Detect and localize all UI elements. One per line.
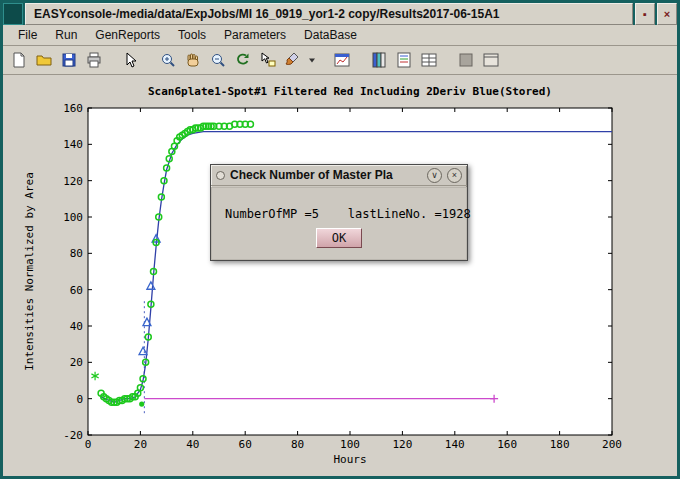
close-button[interactable]: × (657, 3, 677, 25)
zoom-out-icon (209, 51, 227, 69)
svg-text:160: 160 (63, 102, 83, 115)
svg-text:160: 160 (497, 438, 517, 451)
colorbar-button[interactable] (367, 48, 391, 72)
menu-file[interactable]: File (9, 26, 46, 44)
show-tools-button[interactable] (479, 48, 503, 72)
toolbar-separator (144, 48, 155, 72)
chart[interactable]: 020406080100120140160180200-200204060801… (3, 75, 677, 476)
svg-text:0: 0 (76, 393, 83, 406)
open-folder-icon (35, 51, 53, 69)
print-icon (85, 51, 103, 69)
open-file-button[interactable] (32, 48, 56, 72)
edit-plot-button[interactable] (119, 48, 143, 72)
close-icon: × (664, 8, 670, 20)
data-cursor-button[interactable] (256, 48, 280, 72)
app-window: EASYconsole-/media/data/ExpJobs/MI 16_09… (0, 0, 680, 479)
dropdown-arrow-icon (308, 56, 316, 64)
svg-text:80: 80 (70, 247, 83, 260)
menu-parameters[interactable]: Parameters (215, 26, 295, 44)
link-plot-button[interactable] (330, 48, 354, 72)
svg-text:120: 120 (63, 175, 83, 188)
menu-genreports[interactable]: GenReports (86, 26, 169, 44)
data-cursor-icon (259, 51, 277, 69)
dialog-message: NumberOfMP =5 lastLineNo. =1928 (225, 207, 471, 221)
save-icon (60, 51, 78, 69)
menu-database[interactable]: DataBase (295, 26, 366, 44)
svg-text:140: 140 (63, 138, 83, 151)
dialog-body: NumberOfMP =5 lastLineNo. =1928 OK (211, 187, 467, 260)
ok-button[interactable]: OK (316, 228, 362, 248)
svg-text:60: 60 (239, 438, 252, 451)
svg-text:Scan6plate1-Spot#1 Filtered Re: Scan6plate1-Spot#1 Filtered Red Includin… (148, 85, 552, 98)
close-icon: × (452, 171, 457, 180)
menu-run[interactable]: Run (46, 26, 86, 44)
paintbrush-icon (284, 51, 302, 69)
svg-text:120: 120 (392, 438, 412, 451)
figure-window-icon (333, 51, 351, 69)
svg-text:40: 40 (186, 438, 199, 451)
rotate-3d-icon (234, 51, 252, 69)
svg-text:100: 100 (340, 438, 360, 451)
svg-text:140: 140 (445, 438, 465, 451)
dialog-titlebar[interactable]: Check Number of Master Pla ∨ × (211, 165, 467, 186)
toolbar-separator (318, 48, 329, 72)
dialog-shade-button[interactable]: ∨ (427, 168, 442, 183)
minimize-icon: ▪ (643, 8, 647, 20)
dialog-app-icon (216, 171, 225, 180)
svg-text:80: 80 (291, 438, 304, 451)
pan-hand-icon (184, 51, 202, 69)
save-button[interactable] (57, 48, 81, 72)
titlebar: EASYconsole-/media/data/ExpJobs/MI 16_09… (3, 3, 677, 25)
insert-legend-icon (420, 51, 438, 69)
new-document-icon (10, 51, 28, 69)
zoom-in-button[interactable] (156, 48, 180, 72)
insert-legend-button[interactable] (417, 48, 441, 72)
rotate-3d-button[interactable] (231, 48, 255, 72)
toolbar (3, 46, 677, 75)
svg-text:100: 100 (63, 211, 83, 224)
svg-text:40: 40 (70, 320, 83, 333)
colorbar-icon (370, 51, 388, 69)
svg-text:180: 180 (550, 438, 570, 451)
svg-text:Intensities Normalized by Area: Intensities Normalized by Area (23, 172, 36, 371)
plot-browser-icon (395, 51, 413, 69)
svg-text:20: 20 (134, 438, 147, 451)
toolbar-separator (442, 48, 453, 72)
hide-tools-button[interactable] (454, 48, 478, 72)
plot-browser-button[interactable] (392, 48, 416, 72)
svg-text:0: 0 (85, 438, 92, 451)
svg-text:200: 200 (602, 438, 622, 451)
toolbar-separator (107, 48, 118, 72)
new-figure-button[interactable] (7, 48, 31, 72)
dialog-title: Check Number of Master Pla (230, 168, 422, 182)
svg-text:-20: -20 (63, 429, 83, 442)
brush-button[interactable] (281, 48, 305, 72)
menubar: File Run GenReports Tools Parameters Dat… (3, 25, 677, 46)
svg-text:Hours: Hours (333, 453, 366, 466)
minimize-button[interactable]: ▪ (635, 3, 655, 25)
pointer-arrow-icon (122, 51, 140, 69)
toolbar-separator (355, 48, 366, 72)
window-title: EASYconsole-/media/data/ExpJobs/MI 16_09… (25, 3, 633, 25)
figure-area: 020406080100120140160180200-200204060801… (3, 75, 677, 476)
brush-dropdown-button[interactable] (306, 48, 317, 72)
chevron-down-icon: ∨ (431, 171, 438, 180)
print-button[interactable] (82, 48, 106, 72)
svg-text:60: 60 (70, 284, 83, 297)
dialog-close-button[interactable]: × (447, 168, 462, 183)
dialog-check-number: Check Number of Master Pla ∨ × NumberOfM… (210, 164, 468, 261)
zoom-out-button[interactable] (206, 48, 230, 72)
zoom-in-icon (159, 51, 177, 69)
menu-tools[interactable]: Tools (169, 26, 215, 44)
window-outline-icon (482, 51, 500, 69)
window-menu-icon[interactable] (3, 3, 23, 25)
placeholder-square-icon (457, 51, 475, 69)
pan-button[interactable] (181, 48, 205, 72)
svg-text:20: 20 (70, 356, 83, 369)
